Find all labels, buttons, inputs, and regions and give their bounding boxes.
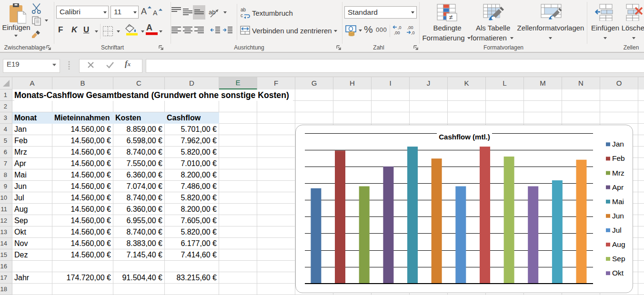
svg-text:Aug: Aug: [612, 240, 625, 248]
svg-text:c: c: [241, 13, 243, 18]
svg-text:Okt: Okt: [612, 269, 624, 277]
svg-text:,0: ,0: [398, 25, 402, 30]
svg-text:Jan: Jan: [612, 140, 624, 148]
svg-text:Feb: Feb: [612, 154, 625, 162]
svg-text:ab: ab: [241, 7, 246, 12]
svg-text:Sep: Sep: [612, 255, 625, 263]
svg-text:Mai: Mai: [612, 197, 624, 206]
svg-text:≠: ≠: [449, 13, 453, 21]
svg-text:ab: ab: [209, 9, 215, 16]
svg-text:,00: ,00: [394, 30, 400, 35]
svg-text:Jun: Jun: [612, 212, 624, 220]
svg-text:,0: ,0: [411, 30, 415, 35]
svg-text:Apr: Apr: [612, 183, 624, 191]
svg-text:Mrz: Mrz: [612, 169, 624, 177]
svg-text:,00: ,00: [407, 25, 413, 30]
svg-text:Jul: Jul: [612, 226, 622, 234]
